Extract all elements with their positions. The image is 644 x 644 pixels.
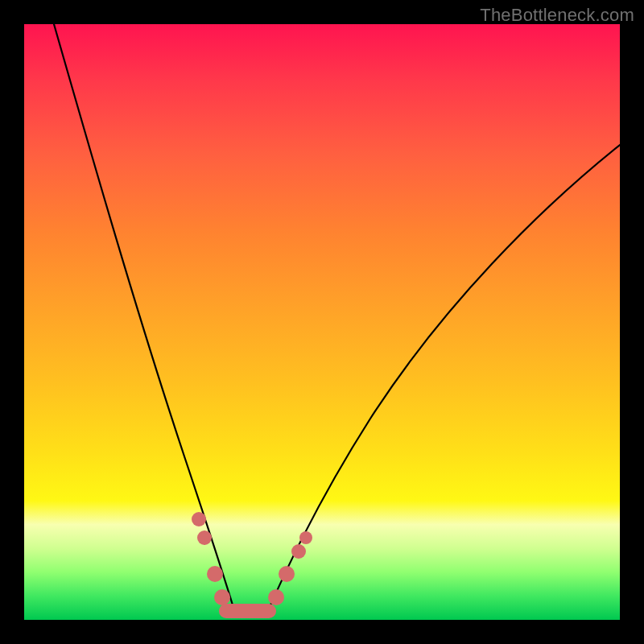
marker-dot: [291, 544, 306, 559]
chart-svg: [24, 24, 620, 620]
marker-dot: [214, 589, 230, 605]
marker-dot: [299, 531, 312, 544]
plot-area: [24, 24, 620, 620]
curve-right-branch: [266, 145, 620, 616]
marker-dot: [268, 589, 284, 605]
marker-dot: [207, 566, 223, 582]
watermark-text: TheBottleneck.com: [480, 5, 634, 26]
marker-dot: [192, 512, 206, 526]
chart-frame: TheBottleneck.com: [0, 0, 644, 644]
marker-dot: [279, 566, 295, 582]
marker-dot: [197, 530, 212, 545]
curve-left-branch: [54, 24, 236, 616]
